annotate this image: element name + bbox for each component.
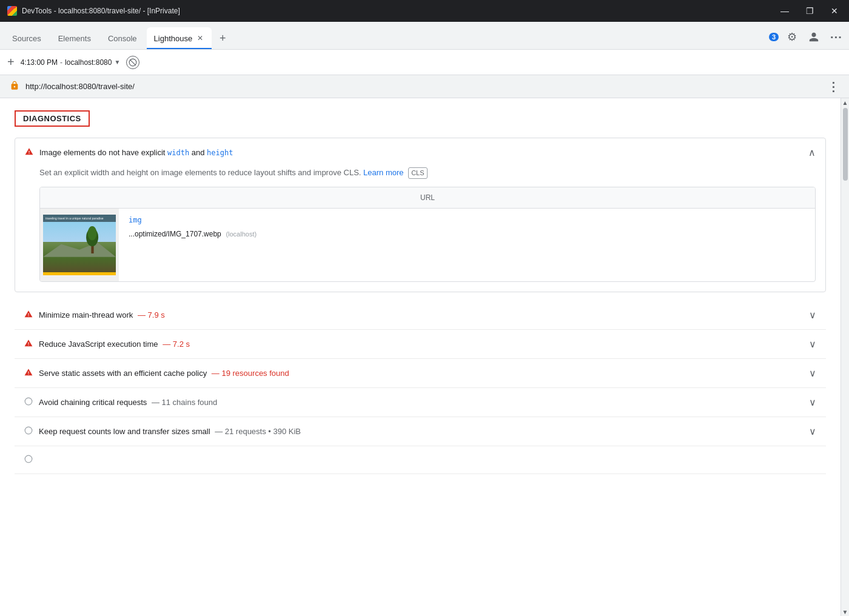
circle-icon-1 xyxy=(24,397,33,407)
audit-table-cell: img ...optimized/IMG_1707.webp (localhos… xyxy=(119,209,815,281)
warning-icon xyxy=(25,147,33,158)
audit-main-thread-title: Minimize main-thread work — 7.9 s xyxy=(39,310,803,320)
audit-last-partial xyxy=(15,446,826,474)
audit-critical-requests-metric: — 11 chains found xyxy=(152,398,217,407)
tab-sources[interactable]: Sources xyxy=(5,27,49,49)
audit-request-counts-title: Keep request counts low and transfer siz… xyxy=(39,427,803,436)
main-content: DIAGNOSTICS Image elements do not have e… xyxy=(0,98,849,616)
stop-button[interactable] xyxy=(126,56,139,69)
tab-elements-label: Elements xyxy=(58,34,91,43)
title-bar-controls: — ❐ ✕ xyxy=(777,5,842,17)
audit-request-counts-metric: — 21 requests • 390 KiB xyxy=(215,427,301,436)
audit-last-partial-header[interactable] xyxy=(15,446,826,474)
audit-js-execution-header[interactable]: Reduce JavaScript execution time — 7.2 s… xyxy=(15,330,826,358)
expand-chevron-2[interactable]: ∨ xyxy=(809,338,816,350)
address-bar: + 4:13:00 PM - localhost:8080 ▼ xyxy=(0,50,849,75)
audit-main-thread-metric: — 7.9 s xyxy=(138,310,165,320)
warning-icon-1 xyxy=(24,310,33,320)
svg-point-5 xyxy=(25,398,32,405)
tab-bar-right: 3 ⚙ ⋯ xyxy=(769,28,844,49)
restore-button[interactable]: ❐ xyxy=(802,5,817,17)
audit-title-height: height xyxy=(207,149,233,157)
audit-cache-policy-title: Serve static assets with an efficient ca… xyxy=(39,369,803,378)
url-text: http://localhost:8080/travel-site/ xyxy=(25,82,821,91)
tab-sources-label: Sources xyxy=(12,34,41,43)
settings-button[interactable]: ⚙ xyxy=(784,28,800,45)
devtools-icon xyxy=(7,6,17,16)
audit-cache-policy: Serve static assets with an efficient ca… xyxy=(15,359,826,388)
audit-table-row: traveling travel in a unique natural par… xyxy=(40,209,815,281)
svg-point-6 xyxy=(25,427,32,434)
audit-title-prefix: Image elements do not have explicit xyxy=(39,148,167,157)
scrollbar-arrow-down[interactable]: ▼ xyxy=(841,608,849,616)
security-icon xyxy=(10,80,19,93)
notification-badge: 3 xyxy=(769,33,779,41)
svg-line-1 xyxy=(130,59,136,65)
audit-js-execution-title: Reduce JavaScript execution time — 7.2 s xyxy=(39,340,803,349)
thumbnail-header-bar: traveling travel in a unique natural par… xyxy=(43,215,116,222)
diagnostics-header: DIAGNOSTICS xyxy=(15,110,90,127)
svg-point-4 xyxy=(87,226,96,240)
scrollbar-arrow-up[interactable]: ▲ xyxy=(841,98,849,107)
audit-critical-requests: Avoid chaining critical requests — 11 ch… xyxy=(15,388,826,417)
audit-js-execution-metric: — 7.2 s xyxy=(163,340,190,349)
new-tab-plus[interactable]: + xyxy=(7,55,15,69)
circle-icon-2 xyxy=(24,426,33,437)
cell-url: ...optimized/IMG_1707.webp xyxy=(129,230,221,238)
audit-request-counts-header[interactable]: Keep request counts low and transfer siz… xyxy=(15,417,826,446)
url-menu-button[interactable]: ⋮ xyxy=(827,79,839,94)
expand-chevron-3[interactable]: ∨ xyxy=(809,367,816,379)
tab-elements[interactable]: Elements xyxy=(51,27,98,49)
expanded-audit-body: Set an explicit width and height on imag… xyxy=(15,167,825,292)
cell-url-container: ...optimized/IMG_1707.webp (localhost) xyxy=(129,229,805,238)
tab-bar: Sources Elements Console Lighthouse ✕ + … xyxy=(0,22,849,50)
expand-chevron-1[interactable]: ∨ xyxy=(809,309,816,321)
expand-chevron-5[interactable]: ∨ xyxy=(809,426,816,437)
tree-svg xyxy=(85,223,100,253)
tab-console[interactable]: Console xyxy=(101,27,144,49)
audit-table: URL traveling travel in a unique natural… xyxy=(39,187,816,282)
audit-main-thread-header[interactable]: Minimize main-thread work — 7.9 s ∨ xyxy=(15,301,826,329)
cell-url-suffix: (localhost) xyxy=(226,230,257,238)
more-button[interactable]: ⋯ xyxy=(827,28,844,45)
expand-chevron-4[interactable]: ∨ xyxy=(809,397,816,408)
cls-badge: CLS xyxy=(408,167,427,179)
audit-js-execution: Reduce JavaScript execution time — 7.2 s… xyxy=(15,330,826,359)
svg-point-7 xyxy=(25,455,32,463)
expanded-audit-item: Image elements do not have explicit widt… xyxy=(15,138,826,292)
time-display: 4:13:00 PM xyxy=(21,58,58,67)
circle-icon-3 xyxy=(24,455,33,465)
url-bar: http://localhost:8080/travel-site/ ⋮ xyxy=(0,75,849,98)
ground-layer xyxy=(43,242,116,275)
address-time: 4:13:00 PM - localhost:8080 ▼ xyxy=(21,58,121,67)
profile-button[interactable] xyxy=(805,28,822,45)
host-dropdown-icon[interactable]: ▼ xyxy=(114,59,120,65)
audit-cache-policy-header[interactable]: Serve static assets with an efficient ca… xyxy=(15,359,826,387)
warning-icon-2 xyxy=(24,339,33,349)
audit-table-header: URL xyxy=(40,187,815,209)
scrollbar-thumb[interactable] xyxy=(843,108,848,181)
content-area: DIAGNOSTICS Image elements do not have e… xyxy=(0,98,841,616)
title-bar-text: DevTools - localhost:8080/travel-site/ -… xyxy=(22,7,772,15)
tab-lighthouse-label: Lighthouse xyxy=(154,34,193,43)
learn-more-link[interactable]: Learn more xyxy=(363,168,403,177)
audit-thumbnail: traveling travel in a unique natural par… xyxy=(40,209,119,281)
cell-tag: img xyxy=(129,216,805,224)
tab-lighthouse[interactable]: Lighthouse ✕ xyxy=(147,27,212,49)
collapse-chevron[interactable]: ∧ xyxy=(808,147,816,158)
tab-console-label: Console xyxy=(108,34,137,43)
audit-request-counts: Keep request counts low and transfer siz… xyxy=(15,417,826,446)
tab-lighthouse-close[interactable]: ✕ xyxy=(196,33,204,44)
audit-critical-requests-header[interactable]: Avoid chaining critical requests — 11 ch… xyxy=(15,388,826,417)
audit-title-and: and xyxy=(189,148,207,157)
audit-main-thread: Minimize main-thread work — 7.9 s ∨ xyxy=(15,301,826,330)
audit-title-width: width xyxy=(167,149,189,157)
audit-critical-requests-title: Avoid chaining critical requests — 11 ch… xyxy=(39,398,803,407)
audit-description: Set an explicit width and height on imag… xyxy=(39,167,816,179)
yellow-bar xyxy=(43,272,116,275)
close-button[interactable]: ✕ xyxy=(827,5,842,17)
expanded-audit-header[interactable]: Image elements do not have explicit widt… xyxy=(15,138,825,167)
add-tab-button[interactable]: + xyxy=(214,30,231,47)
host-display: localhost:8080 xyxy=(65,58,112,67)
minimize-button[interactable]: — xyxy=(777,5,793,17)
